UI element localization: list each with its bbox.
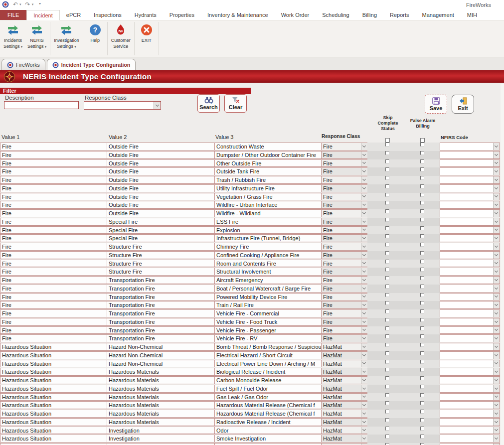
dropdown-button[interactable] bbox=[154, 102, 161, 109]
dropdown-button[interactable] bbox=[361, 343, 367, 350]
redo-dropdown-icon[interactable]: ▾ bbox=[32, 2, 34, 6]
undo-icon[interactable]: ↶ bbox=[13, 1, 18, 8]
value2-cell[interactable]: Outside Fire bbox=[107, 167, 215, 175]
skip-complete-status-checkbox[interactable] bbox=[385, 376, 389, 380]
skip-complete-status-checkbox[interactable] bbox=[385, 309, 389, 313]
false-alarm-billing-checkbox[interactable] bbox=[420, 184, 424, 188]
response-class-select[interactable]: HazMat bbox=[321, 410, 368, 418]
skip-complete-status-checkbox[interactable] bbox=[385, 167, 389, 171]
dropdown-button[interactable] bbox=[493, 185, 500, 192]
value3-cell[interactable]: Other Outside Fire bbox=[214, 159, 322, 167]
value1-cell[interactable]: Hazardous Situation bbox=[0, 435, 107, 443]
dropdown-button[interactable] bbox=[361, 168, 367, 175]
help-button[interactable]: ? Help bbox=[84, 20, 106, 57]
false-alarm-billing-checkbox[interactable] bbox=[420, 226, 424, 230]
dropdown-button[interactable] bbox=[493, 327, 500, 334]
value1-cell[interactable]: Hazardous Situation bbox=[0, 351, 107, 359]
value2-cell[interactable]: Transportation Fire bbox=[107, 276, 215, 284]
skip-complete-status-checkbox[interactable] bbox=[385, 226, 389, 230]
response-class-select[interactable]: Fire bbox=[321, 218, 368, 226]
value2-cell[interactable]: Hazardous Materials bbox=[107, 393, 215, 401]
dropdown-button[interactable] bbox=[361, 335, 367, 342]
description-input[interactable] bbox=[4, 101, 79, 109]
value1-cell[interactable]: Fire bbox=[0, 260, 107, 268]
dropdown-button[interactable] bbox=[493, 352, 500, 359]
value1-cell[interactable]: Fire bbox=[0, 184, 107, 192]
nfirs-code-select[interactable] bbox=[440, 243, 500, 251]
skip-complete-status-checkbox[interactable] bbox=[385, 401, 389, 405]
dropdown-button[interactable] bbox=[361, 193, 367, 200]
value3-cell[interactable]: Hazardous Material Release (Chemical f bbox=[214, 401, 322, 409]
dropdown-button[interactable] bbox=[361, 377, 367, 384]
value3-cell[interactable]: Bomb Threat / Bomb Response / Suspicious… bbox=[214, 343, 322, 351]
value1-cell[interactable]: Fire bbox=[0, 143, 107, 150]
value3-cell[interactable]: Electrical Power Line Down / Arching / M bbox=[214, 360, 322, 368]
dropdown-button[interactable] bbox=[361, 368, 367, 375]
value1-cell[interactable]: Fire bbox=[0, 285, 107, 293]
clear-button[interactable]: Clear bbox=[224, 94, 247, 113]
skip-complete-status-checkbox[interactable] bbox=[385, 159, 389, 163]
value2-cell[interactable]: Structure Fire bbox=[107, 243, 215, 251]
false-alarm-billing-checkbox[interactable] bbox=[420, 243, 424, 247]
dropdown-button[interactable] bbox=[493, 235, 500, 242]
response-class-select[interactable]: Fire bbox=[321, 276, 368, 284]
value3-cell[interactable]: Dumpster / Other Outdoor Container Fire bbox=[214, 151, 322, 159]
value3-cell[interactable]: Structural Involvement bbox=[214, 268, 322, 276]
response-class-select[interactable]: HazMat bbox=[321, 435, 368, 443]
dropdown-button[interactable] bbox=[361, 160, 367, 167]
false-alarm-billing-checkbox[interactable] bbox=[420, 309, 424, 313]
value2-cell[interactable]: Transportation Fire bbox=[107, 326, 215, 334]
response-class-select[interactable]: Fire bbox=[321, 243, 368, 251]
nfirs-code-select[interactable] bbox=[440, 260, 500, 268]
dropdown-button[interactable] bbox=[361, 360, 367, 367]
value3-cell[interactable]: Boat / Personal Watercraft / Barge Fire bbox=[214, 285, 322, 293]
response-class-select[interactable]: Fire bbox=[321, 193, 368, 201]
nfirs-code-select[interactable] bbox=[440, 184, 500, 192]
ribbon-tab-properties[interactable]: Properties bbox=[163, 10, 201, 20]
value2-cell[interactable]: Hazardous Materials bbox=[107, 401, 215, 409]
ribbon-tab-reports[interactable]: Reports bbox=[383, 10, 416, 20]
value1-cell[interactable]: Fire bbox=[0, 209, 107, 217]
dropdown-button[interactable] bbox=[361, 435, 367, 442]
nfirs-code-select[interactable] bbox=[440, 276, 500, 284]
nfirs-code-select[interactable] bbox=[440, 151, 500, 159]
ribbon-tab-management[interactable]: Management bbox=[416, 10, 461, 20]
skip-complete-status-checkbox[interactable] bbox=[385, 385, 389, 389]
response-class-select[interactable]: Fire bbox=[321, 309, 368, 317]
value2-cell[interactable]: Hazardous Materials bbox=[107, 418, 215, 426]
dropdown-button[interactable] bbox=[493, 285, 500, 292]
response-class-select[interactable]: HazMat bbox=[321, 418, 368, 426]
dropdown-button[interactable] bbox=[361, 419, 367, 426]
dropdown-button[interactable] bbox=[493, 343, 500, 350]
dropdown-button[interactable] bbox=[493, 277, 500, 284]
value3-cell[interactable]: Biological Release / Incident bbox=[214, 368, 322, 376]
value2-cell[interactable]: Investigation bbox=[107, 427, 215, 435]
value2-cell[interactable]: Hazardous Materials bbox=[107, 376, 215, 384]
value1-cell[interactable]: Fire bbox=[0, 218, 107, 226]
skip-complete-status-checkbox[interactable] bbox=[385, 443, 389, 445]
value3-cell[interactable]: Odor bbox=[214, 427, 322, 435]
dropdown-button[interactable] bbox=[493, 168, 500, 175]
false-alarm-billing-checkbox[interactable] bbox=[420, 393, 424, 397]
nfirs-code-select[interactable] bbox=[440, 427, 500, 435]
dropdown-button[interactable] bbox=[361, 218, 367, 225]
dropdown-button[interactable] bbox=[361, 410, 367, 417]
value2-cell[interactable]: Hazardous Materials bbox=[107, 368, 215, 376]
dropdown-button[interactable] bbox=[361, 243, 367, 250]
dropdown-button[interactable] bbox=[361, 402, 367, 409]
dropdown-button[interactable] bbox=[361, 176, 367, 183]
dropdown-button[interactable] bbox=[361, 427, 367, 434]
value2-cell[interactable]: Structure Fire bbox=[107, 268, 215, 276]
dropdown-button[interactable] bbox=[361, 294, 367, 300]
value2-cell[interactable]: Transportation Fire bbox=[107, 334, 215, 342]
value2-cell[interactable]: Special Fire bbox=[107, 226, 215, 234]
response-class-select[interactable]: Fire bbox=[321, 143, 368, 150]
false-alarm-billing-checkbox[interactable] bbox=[420, 218, 424, 222]
skip-complete-status-checkbox[interactable] bbox=[385, 176, 389, 180]
nfirs-code-select[interactable] bbox=[440, 251, 500, 259]
dropdown-button[interactable] bbox=[493, 268, 500, 275]
dropdown-button[interactable] bbox=[493, 243, 500, 250]
dropdown-button[interactable] bbox=[361, 252, 367, 259]
value2-cell[interactable]: Outside Fire bbox=[107, 184, 215, 192]
skip-complete-status-checkbox[interactable] bbox=[385, 234, 389, 238]
